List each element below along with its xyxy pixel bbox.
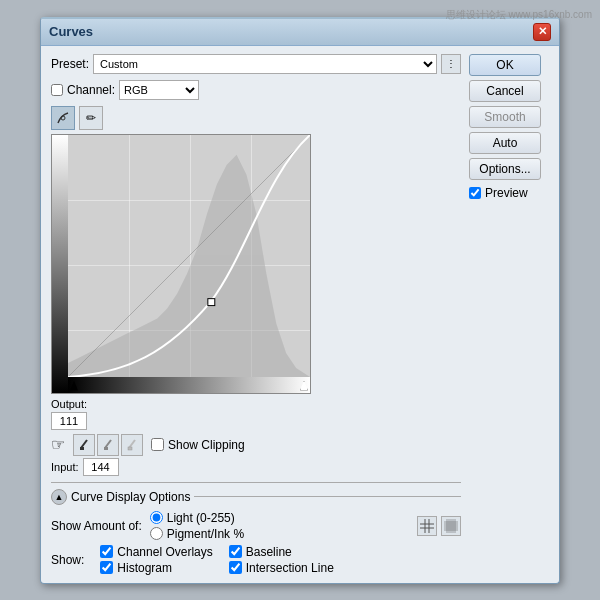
title-bar: Curves ✕ (41, 19, 559, 46)
svg-line-1 (68, 135, 310, 377)
intersection-label: Intersection Line (246, 561, 334, 575)
white-slider[interactable] (300, 381, 308, 391)
svg-rect-4 (80, 447, 84, 450)
light-radio-row: Light (0-255) (150, 511, 244, 525)
histogram-checkbox[interactable] (100, 561, 113, 574)
svg-rect-6 (104, 447, 108, 450)
baseline-row: Baseline (229, 545, 334, 559)
options-header: ▲ Curve Display Options (51, 489, 461, 505)
show-clipping-label: Show Clipping (168, 438, 245, 452)
channel-overlays-row: Channel Overlays (100, 545, 212, 559)
output-input-area: Output: (51, 398, 461, 430)
preview-checkbox[interactable] (469, 187, 481, 199)
gray-eyedropper[interactable] (97, 434, 119, 456)
black-eyedropper[interactable] (73, 434, 95, 456)
svg-rect-8 (128, 447, 132, 450)
show-clipping-checkbox[interactable] (151, 438, 164, 451)
intersection-checkbox[interactable] (229, 561, 242, 574)
preview-row: Preview (469, 186, 549, 200)
white-eyedropper[interactable] (121, 434, 143, 456)
grid-4-button[interactable] (417, 516, 437, 536)
baseline-checkbox[interactable] (229, 545, 242, 558)
grid-10-button[interactable] (441, 516, 461, 536)
options-button[interactable]: Options... (469, 158, 541, 180)
input-label: Input: (51, 461, 79, 473)
preset-menu-button[interactable]: ⋮ (441, 54, 461, 74)
output-section: Output: (51, 398, 87, 430)
close-button[interactable]: ✕ (533, 23, 551, 41)
show-clipping-row: Show Clipping (151, 438, 245, 452)
collapse-button[interactable]: ▲ (51, 489, 67, 505)
dialog-body: Preset: Custom ⋮ Channel: RGB (41, 46, 559, 583)
gradient-slider (68, 377, 310, 393)
tools-row: ☞ (51, 434, 461, 456)
preset-select[interactable]: Custom (93, 54, 437, 74)
check-group-left: Channel Overlays Histogram (100, 545, 212, 575)
gradient-bar-vertical (52, 135, 68, 393)
auto-button[interactable]: Auto (469, 132, 541, 154)
svg-rect-2 (208, 298, 215, 305)
curves-dialog: Curves ✕ Preset: Custom ⋮ Channel: RGB (40, 17, 560, 584)
preset-label: Preset: (51, 57, 89, 71)
svg-line-3 (81, 440, 87, 448)
curve-svg (68, 135, 310, 377)
light-radio[interactable] (150, 511, 163, 524)
show-row: Show: Channel Overlays Histogram Baselin… (51, 545, 461, 575)
light-label: Light (0-255) (167, 511, 235, 525)
preset-row: Preset: Custom ⋮ (51, 54, 461, 74)
output-input[interactable] (51, 412, 87, 430)
ok-button[interactable]: OK (469, 54, 541, 76)
channel-overlays-checkbox[interactable] (100, 545, 113, 558)
channel-checkbox[interactable] (51, 84, 63, 96)
intersection-row: Intersection Line (229, 561, 334, 575)
curve-area (51, 134, 311, 394)
dialog-title: Curves (49, 24, 93, 39)
histogram-label: Histogram (117, 561, 172, 575)
show-amount-row: Show Amount of: Light (0-255) Pigment/In… (51, 511, 461, 541)
channel-row: Channel: RGB (51, 80, 461, 100)
grid-icons (417, 516, 461, 536)
svg-line-5 (105, 440, 111, 448)
curve-point-tool[interactable] (51, 106, 75, 130)
histogram-row: Histogram (100, 561, 212, 575)
channel-select[interactable]: RGB (119, 80, 199, 100)
check-group-right: Baseline Intersection Line (229, 545, 334, 575)
cancel-button[interactable]: Cancel (469, 80, 541, 102)
section-title: Curve Display Options (71, 490, 190, 504)
hand-tool[interactable]: ☞ (51, 435, 65, 454)
radio-group: Light (0-255) Pigment/Ink % (150, 511, 244, 541)
baseline-label: Baseline (246, 545, 292, 559)
pigment-radio[interactable] (150, 527, 163, 540)
curve-tools: ✏ (51, 106, 461, 130)
output-row: Output: (51, 398, 87, 410)
divider (51, 482, 461, 483)
left-panel: Preset: Custom ⋮ Channel: RGB (51, 54, 461, 575)
channel-label: Channel: (67, 83, 115, 97)
eyedropper-group (73, 434, 143, 456)
channel-overlays-label: Channel Overlays (117, 545, 212, 559)
pigment-radio-row: Pigment/Ink % (150, 527, 244, 541)
pencil-tool[interactable]: ✏ (79, 106, 103, 130)
input-row: Input: (51, 458, 461, 476)
black-slider[interactable] (70, 381, 78, 391)
right-panel: OK Cancel Smooth Auto Options... Preview (469, 54, 549, 575)
section-line (194, 496, 461, 497)
input-input[interactable] (83, 458, 119, 476)
preview-label: Preview (485, 186, 528, 200)
smooth-button[interactable]: Smooth (469, 106, 541, 128)
show-amount-label: Show Amount of: (51, 519, 142, 533)
output-label: Output: (51, 398, 87, 410)
pigment-label: Pigment/Ink % (167, 527, 244, 541)
show-label: Show: (51, 553, 84, 567)
